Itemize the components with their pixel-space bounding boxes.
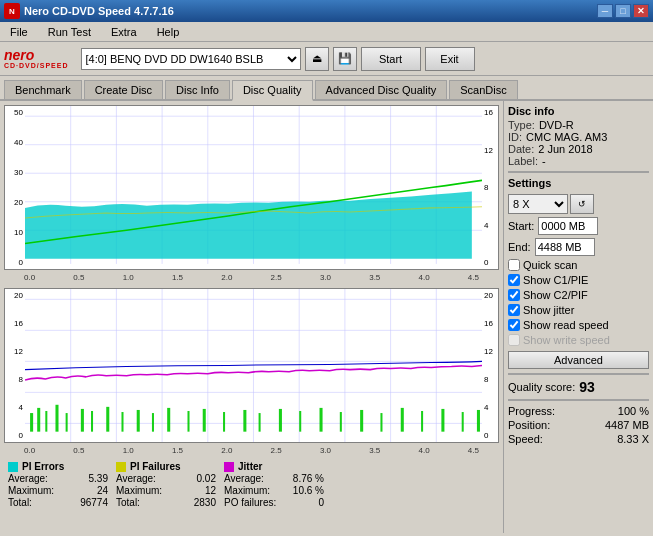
- svg-rect-44: [223, 412, 225, 432]
- svg-rect-30: [30, 413, 33, 432]
- pi-failures-color: [116, 462, 126, 472]
- top-chart-x-labels: 0.0 0.5 1.0 1.5 2.0 2.5 3.0 3.5 4.0 4.5: [4, 273, 499, 282]
- chart-area: 50 40 30 20 10 0 16 12 8 4 0 0.0 0.5 1.0…: [0, 101, 503, 533]
- svg-rect-49: [320, 408, 323, 432]
- main-content: 50 40 30 20 10 0 16 12 8 4 0 0.0 0.5 1.0…: [0, 101, 653, 533]
- quick-scan-checkbox[interactable]: [508, 259, 520, 271]
- titlebar: N Nero CD-DVD Speed 4.7.7.16 ─ □ ✕: [0, 0, 653, 22]
- svg-rect-37: [106, 407, 109, 432]
- titlebar-title: Nero CD-DVD Speed 4.7.7.16: [24, 5, 174, 17]
- speed-row: 8 X 1 X 2 X 4 X Max ↺: [508, 194, 649, 214]
- show-c1-row: Show C1/PIE: [508, 274, 649, 286]
- show-read-speed-label: Show read speed: [523, 319, 609, 331]
- tab-bar: Benchmark Create Disc Disc Info Disc Qua…: [0, 76, 653, 101]
- advanced-button[interactable]: Advanced: [508, 351, 649, 369]
- svg-rect-31: [37, 408, 40, 432]
- settings-section: Settings 8 X 1 X 2 X 4 X Max ↺ Start: En…: [508, 177, 649, 369]
- svg-rect-34: [66, 413, 68, 432]
- reset-button[interactable]: ↺: [570, 194, 594, 214]
- show-write-speed-checkbox[interactable]: [508, 334, 520, 346]
- show-read-speed-checkbox[interactable]: [508, 319, 520, 331]
- eject-button[interactable]: ⏏: [305, 47, 329, 71]
- divider2: [508, 373, 649, 375]
- side-panel: Disc info Type: DVD-R ID: CMC MAG. AM3 D…: [503, 101, 653, 533]
- menu-file[interactable]: File: [4, 24, 34, 40]
- start-input[interactable]: [538, 217, 598, 235]
- svg-rect-45: [243, 410, 246, 432]
- speed-label: Speed:: [508, 433, 543, 445]
- jitter-max-label: Maximum:: [224, 485, 270, 496]
- pi-failures-avg: Average: 0.02: [116, 473, 216, 484]
- bottom-chart-svg: [25, 289, 482, 442]
- jitter-header: Jitter: [224, 461, 324, 472]
- svg-rect-57: [477, 410, 480, 432]
- pi-failures-stats: PI Failures Average: 0.02 Maximum: 12 To…: [116, 461, 216, 508]
- show-write-speed-row: Show write speed: [508, 334, 649, 346]
- svg-rect-43: [203, 409, 206, 432]
- svg-rect-55: [441, 409, 444, 432]
- position-label: Position:: [508, 419, 550, 431]
- jitter-avg-value: 8.76 %: [293, 473, 324, 484]
- disc-date-label: Date:: [508, 143, 534, 155]
- svg-rect-32: [45, 411, 47, 432]
- pi-errors-avg: Average: 5.39: [8, 473, 108, 484]
- bottom-chart-x-labels: 0.0 0.5 1.0 1.5 2.0 2.5 3.0 3.5 4.0 4.5: [4, 446, 499, 455]
- show-jitter-checkbox[interactable]: [508, 304, 520, 316]
- tab-benchmark[interactable]: Benchmark: [4, 80, 82, 99]
- tab-scan-disc[interactable]: ScanDisc: [449, 80, 517, 99]
- menu-run-test[interactable]: Run Test: [42, 24, 97, 40]
- tab-advanced-disc-quality[interactable]: Advanced Disc Quality: [315, 80, 448, 99]
- progress-value: 100 %: [618, 405, 649, 417]
- close-button[interactable]: ✕: [633, 4, 649, 18]
- show-c2-checkbox[interactable]: [508, 289, 520, 301]
- top-chart-svg: [25, 106, 482, 269]
- save-button[interactable]: 💾: [333, 47, 357, 71]
- drive-select[interactable]: [4:0] BENQ DVD DD DW1640 BSLB: [81, 48, 301, 70]
- tab-disc-info[interactable]: Disc Info: [165, 80, 230, 99]
- disc-label-row: Label: -: [508, 155, 649, 167]
- chart-bottom-y-left: 20 16 12 8 4 0: [5, 289, 25, 442]
- show-write-speed-label: Show write speed: [523, 334, 610, 346]
- position-value: 4487 MB: [605, 419, 649, 431]
- quick-scan-row: Quick scan: [508, 259, 649, 271]
- disc-label-value: -: [542, 155, 546, 167]
- pi-errors-stats: PI Errors Average: 5.39 Maximum: 24 Tota…: [8, 461, 108, 508]
- svg-rect-33: [55, 405, 58, 432]
- end-label: End:: [508, 241, 531, 253]
- progress-section: Progress: 100 % Position: 4487 MB Speed:…: [508, 405, 649, 445]
- pi-errors-avg-label: Average:: [8, 473, 48, 484]
- maximize-button[interactable]: □: [615, 4, 631, 18]
- disc-type-value: DVD-R: [539, 119, 574, 131]
- tab-create-disc[interactable]: Create Disc: [84, 80, 163, 99]
- nero-logo: nero CD·DVD/SPEED: [4, 48, 69, 69]
- bottom-chart: 20 16 12 8 4 0 20 16 12 8 4 0: [4, 288, 499, 443]
- disc-label-label: Label:: [508, 155, 538, 167]
- menu-extra[interactable]: Extra: [105, 24, 143, 40]
- show-c1-checkbox[interactable]: [508, 274, 520, 286]
- top-chart: 50 40 30 20 10 0 16 12 8 4 0: [4, 105, 499, 270]
- disc-date-row: Date: 2 Jun 2018: [508, 143, 649, 155]
- minimize-button[interactable]: ─: [597, 4, 613, 18]
- quality-score-label: Quality score:: [508, 381, 575, 393]
- disc-id-row: ID: CMC MAG. AM3: [508, 131, 649, 143]
- show-read-speed-row: Show read speed: [508, 319, 649, 331]
- show-c2-label: Show C2/PIF: [523, 289, 588, 301]
- jitter-label: Jitter: [238, 461, 262, 472]
- settings-title: Settings: [508, 177, 649, 189]
- jitter-po-label: PO failures:: [224, 497, 276, 508]
- pi-errors-color: [8, 462, 18, 472]
- quality-score-row: Quality score: 93: [508, 379, 649, 395]
- disc-id-value: CMC MAG. AM3: [526, 131, 607, 143]
- jitter-max-value: 10.6 %: [293, 485, 324, 496]
- menu-help[interactable]: Help: [151, 24, 186, 40]
- divider3: [508, 399, 649, 401]
- end-input[interactable]: [535, 238, 595, 256]
- progress-label: Progress:: [508, 405, 555, 417]
- jitter-po: PO failures: 0: [224, 497, 324, 508]
- exit-button[interactable]: Exit: [425, 47, 475, 71]
- start-button[interactable]: Start: [361, 47, 421, 71]
- show-c1-label: Show C1/PIE: [523, 274, 588, 286]
- speed-select[interactable]: 8 X 1 X 2 X 4 X Max: [508, 194, 568, 214]
- tab-disc-quality[interactable]: Disc Quality: [232, 80, 313, 101]
- disc-type-row: Type: DVD-R: [508, 119, 649, 131]
